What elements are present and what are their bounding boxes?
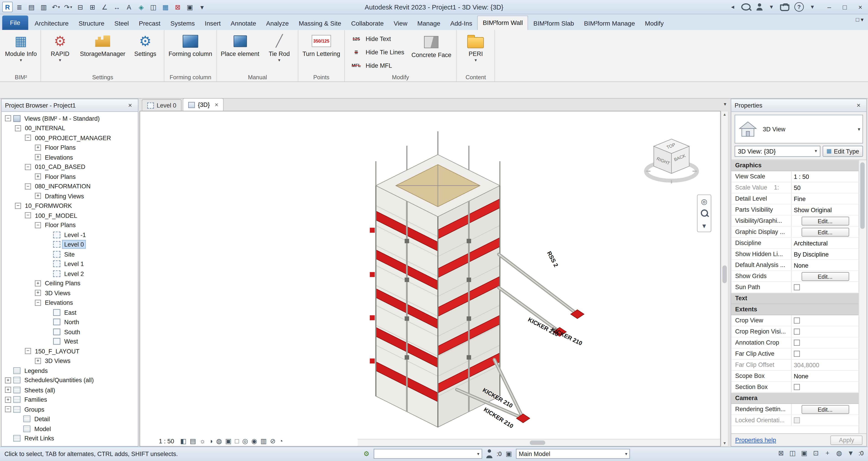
text-icon[interactable]: A (124, 1, 134, 12)
select-by-face-icon[interactable]: ⊡ (812, 449, 819, 458)
tree-item[interactable]: Revit Links (2, 434, 138, 443)
ribbon-tab[interactable]: File (2, 16, 28, 30)
tree-expander[interactable]: − (15, 203, 21, 209)
ribbon-tab[interactable]: BIM²form Wall (477, 16, 528, 30)
property-value[interactable] (791, 415, 859, 426)
view-tab[interactable]: Level 0 (142, 99, 182, 111)
sign-in-menu-icon[interactable]: ▾ (768, 2, 775, 11)
tree-item[interactable]: + Floor Plans (2, 143, 138, 152)
property-value[interactable]: Edit... Edit... (791, 404, 859, 414)
tree-item[interactable]: − 010_CAD_BASED (2, 162, 138, 172)
active-workset-select[interactable]: ▾ (374, 449, 482, 459)
tree-item[interactable]: Detail (2, 414, 138, 424)
zoom-icon[interactable] (701, 209, 708, 217)
switch-windows-icon[interactable]: ▣ (184, 1, 195, 12)
chevron-down-icon[interactable]: ▾ (858, 126, 860, 132)
tree-item[interactable]: West (2, 337, 138, 346)
property-value[interactable]: Show Original Show Original (791, 204, 859, 215)
properties-scrollbar[interactable] (859, 160, 866, 433)
ribbon-tab[interactable]: Precast (134, 17, 165, 30)
ribbon-button[interactable]: ⚙ RAPID ▾ (43, 31, 78, 73)
tree-expander[interactable]: + (35, 154, 41, 160)
user-interface-icon[interactable]: ▦ (160, 1, 171, 12)
tree-expander[interactable] (45, 232, 51, 238)
ribbon-button[interactable]: MFL Hide MFL (346, 59, 408, 71)
property-value[interactable]: 304,8000 304,8000 (791, 359, 859, 370)
tree-item[interactable]: − 00_INTERNAL (2, 123, 138, 133)
tree-expander[interactable]: + (5, 377, 11, 383)
tree-item[interactable]: Level 2 (2, 269, 138, 279)
edit-button[interactable]: Edit... (801, 217, 849, 225)
properties-help-link[interactable]: Properties help (735, 436, 776, 443)
ribbon-tab[interactable]: Analyze (261, 17, 293, 30)
print-preview-icon[interactable]: ⊞ (87, 1, 98, 12)
drag-on-selection-icon[interactable]: + (824, 449, 831, 458)
tree-expander[interactable] (45, 329, 51, 335)
tree-item[interactable]: + Schedules/Quantities (all) (2, 375, 138, 385)
vertical-scrollbar[interactable]: ▲ ▼ (721, 111, 728, 446)
print-icon[interactable]: ⊟ (75, 1, 86, 12)
help-icon[interactable]: ? (795, 2, 804, 12)
default-3d-view-icon[interactable]: ◈ (136, 1, 147, 12)
ribbon-tab[interactable]: Architecture (30, 17, 73, 30)
sign-in-icon[interactable] (755, 3, 763, 11)
tree-expander[interactable]: − (25, 212, 31, 219)
ribbon-tab[interactable]: Manage (412, 17, 445, 30)
tree-expander[interactable]: − (25, 135, 31, 141)
type-preview[interactable]: 3D View ▾ (735, 115, 863, 144)
tree-expander[interactable] (15, 426, 21, 432)
property-value[interactable] (791, 282, 859, 292)
ribbon-tab[interactable]: Steel (109, 17, 134, 30)
tree-expander[interactable] (45, 319, 51, 325)
ribbon-tab[interactable]: Structure (73, 17, 109, 30)
tree-expander[interactable]: − (15, 125, 21, 131)
redo-icon[interactable]: ↷▾ (63, 1, 74, 12)
close-icon[interactable]: × (126, 102, 134, 109)
tree-item[interactable]: + Floor Plans (2, 172, 138, 181)
ribbon-button[interactable]: Place element (219, 31, 261, 73)
filter-icon[interactable]: ▼ (847, 449, 855, 458)
tree-item[interactable]: Model (2, 424, 138, 434)
edit-button[interactable]: Edit... (801, 405, 849, 414)
property-value[interactable] (791, 315, 859, 325)
checkbox[interactable] (794, 384, 800, 390)
tree-expander[interactable]: + (35, 144, 41, 150)
ribbon-tab[interactable]: Massing & Site (293, 17, 346, 30)
ribbon-button[interactable]: ≣ Hide Tie Lines (346, 46, 408, 58)
tree-item[interactable]: − 000_PROJECT_MANAGER (2, 133, 138, 143)
type-selector[interactable]: 3D View: {3D} ▾ (735, 145, 820, 156)
scroll-down-icon[interactable]: ▼ (721, 441, 728, 445)
edit-type-button[interactable]: ▦ Edit Type (823, 145, 863, 156)
ribbon-button[interactable]: PERI ▾ (459, 31, 493, 73)
ribbon-tab[interactable]: BIM²form Slab (528, 17, 579, 30)
tree-expander[interactable]: − (5, 115, 11, 122)
ribbon-tab[interactable]: Modify (640, 17, 669, 30)
tree-expander[interactable] (15, 416, 21, 422)
close-hidden-windows-icon[interactable]: ⊠ (172, 1, 183, 12)
tree-expander[interactable] (45, 309, 51, 315)
tree-item[interactable]: − 080_INFORMATION (2, 181, 138, 191)
property-value[interactable]: 50 50 (791, 182, 859, 193)
help-menu-icon[interactable]: ▾ (809, 2, 816, 11)
tree-item[interactable]: + Ceiling Plans (2, 279, 138, 288)
property-value[interactable]: Edit... Edit... (791, 215, 859, 226)
tree-expander[interactable] (45, 339, 51, 345)
tree-item[interactable]: Level 0 (2, 239, 138, 249)
open-icon[interactable]: ▤ (26, 1, 37, 12)
ribbon-options-menu-icon[interactable]: ▾ (861, 17, 864, 23)
select-links-icon[interactable]: ⊠ (777, 449, 785, 458)
tree-expander[interactable]: − (25, 164, 31, 170)
tab-list-icon[interactable]: ▾ (724, 102, 726, 107)
tree-item[interactable]: Level -1 (2, 230, 138, 240)
hide-analytical-model-icon[interactable]: ⊘ (270, 437, 276, 445)
restore-icon[interactable]: □ (837, 0, 852, 13)
select-underlay-icon[interactable]: ◫ (789, 449, 797, 458)
tree-expander[interactable]: − (25, 348, 31, 354)
worksharing-display-icon[interactable]: ◔ (279, 437, 283, 445)
tree-expander[interactable]: + (35, 280, 41, 286)
ribbon-tab[interactable]: View (389, 17, 412, 30)
scale-button[interactable]: 1 : 50 (159, 438, 174, 444)
ribbon-button[interactable]: ⚙ Settings (128, 31, 162, 73)
tree-item[interactable]: − 150_F_LAYOUT (2, 346, 138, 356)
design-options-select[interactable]: Main Model ▾ (516, 449, 630, 459)
